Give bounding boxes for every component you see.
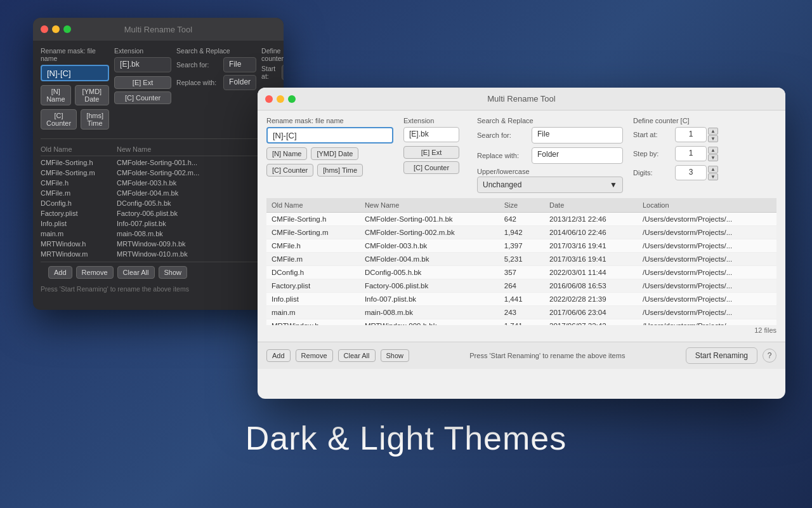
dark-row-old: CMFile-Sorting.m [41, 169, 117, 177]
dark-minimize-button[interactable] [52, 25, 60, 33]
dark-row-new: CMFolder-004.m.bk [117, 189, 276, 197]
start-at-increment[interactable]: ▲ [708, 128, 718, 135]
light-ext-counter-button[interactable]: [C] Counter [403, 161, 459, 174]
dark-clear-all-button[interactable]: Clear All [117, 266, 155, 279]
dark-row-old: MRTWindow.m [41, 250, 117, 258]
light-rename-mask-section: Rename mask: file name [N] Name [YMD] Da… [266, 117, 393, 180]
light-step-by-label: Step by: [633, 150, 671, 157]
dark-row-new: Info-007.plist.bk [117, 220, 276, 227]
step-by-decrement[interactable]: ▼ [708, 154, 718, 161]
dark-name-button[interactable]: [N] Name [41, 85, 71, 105]
dark-row-old: DConfig.h [41, 199, 117, 207]
light-counter-button[interactable]: [C] Counter [266, 164, 313, 177]
dark-ext-label: Extension [114, 47, 171, 55]
dark-remove-button[interactable]: Remove [76, 266, 114, 279]
dark-table-header: Old Name New Name [41, 143, 276, 156]
light-table-row[interactable]: CMFile-Sorting.m CMFolder-Sorting-002.m.… [266, 226, 776, 239]
dark-header-old: Old Name [41, 145, 117, 153]
light-table-header-row: Old Name New Name Size Date Location [266, 198, 776, 213]
light-row-size: 1,441 [499, 293, 544, 306]
light-uppercase-label: Upper/lowercase [477, 168, 623, 175]
dark-hms-button[interactable]: [hms] Time [81, 109, 109, 130]
light-table-row[interactable]: MRTWindow.h MRTWindow-009.h.bk 1,741 201… [266, 319, 776, 326]
light-replace-with-label: Replace with: [477, 152, 528, 159]
start-at-decrement[interactable]: ▼ [708, 135, 718, 142]
light-row-location: /Users/devstorm/Projects/... [638, 319, 776, 326]
light-maximize-button[interactable] [288, 95, 296, 103]
light-close-button[interactable] [265, 95, 273, 103]
light-window-title: Multi Rename Tool [487, 94, 555, 104]
light-start-at-stepper: ▲ ▼ [708, 128, 718, 142]
dark-add-button[interactable]: Add [48, 266, 72, 279]
light-row-new: CMFolder-Sorting-002.m.bk [360, 226, 499, 239]
dark-table-row: CMFile.h CMFolder-003.h.bk [41, 178, 276, 188]
dark-ext-button[interactable]: [E] Ext [114, 76, 171, 89]
light-row-old: Factory.plist [266, 279, 360, 293]
light-row-new: CMFolder-003.h.bk [360, 239, 499, 253]
light-row-location: /Users/devstorm/Projects/... [638, 279, 776, 293]
light-row-size: 1,397 [499, 239, 544, 253]
light-table-row[interactable]: main.m main-008.m.bk 243 2017/06/06 23:0… [266, 306, 776, 319]
start-renaming-button[interactable]: Start Renaming [686, 347, 757, 364]
dark-mask-input[interactable] [41, 65, 109, 81]
light-row-date: 2017/03/16 19:41 [544, 239, 638, 253]
light-name-button[interactable]: [N] Name [266, 147, 307, 160]
dark-mask-buttons: [N] Name [YMD] Date [41, 85, 109, 105]
light-step-by-stepper: ▲ ▼ [708, 147, 718, 161]
light-row-location: /Users/devstorm/Projects/... [638, 253, 776, 266]
dark-mask-label: Rename mask: file name [41, 47, 109, 62]
light-add-button[interactable]: Add [266, 349, 291, 362]
dark-counter-button[interactable]: [C] Counter [41, 109, 77, 130]
dark-close-button[interactable] [41, 25, 48, 33]
dark-row-old: CMFile-Sorting.h [41, 159, 117, 166]
light-remove-button[interactable]: Remove [296, 349, 333, 362]
dark-row-old: Factory.plist [41, 210, 117, 217]
light-row-old: CMFile.h [266, 239, 360, 253]
light-hms-button[interactable]: [hms] Time [317, 164, 363, 177]
light-row-old: DConfig.h [266, 266, 360, 279]
light-digits-stepper: ▲ ▼ [708, 166, 718, 180]
light-ext-label: Extension [403, 117, 467, 124]
dark-maximize-button[interactable] [63, 25, 71, 33]
digits-increment[interactable]: ▲ [708, 166, 718, 173]
theme-label: Dark & Light Themes [0, 419, 812, 457]
light-counter-label: Define counter [C] [633, 117, 776, 124]
light-traffic-lights [265, 95, 296, 103]
light-uppercase-select[interactable]: Unchanged ▼ [477, 177, 623, 193]
light-status: Press 'Start Renaming' to rename the abo… [409, 352, 686, 359]
dark-top-sections: Rename mask: file name [N] Name [YMD] Da… [41, 47, 276, 133]
light-row-date: 2013/12/31 22:46 [544, 213, 638, 226]
light-title-bar: Multi Rename Tool [258, 88, 785, 110]
dark-ext-counter-button[interactable]: [C] Counter [114, 91, 171, 104]
light-row-old: CMFile-Sorting.m [266, 226, 360, 239]
light-mask-label: Rename mask: file name [266, 117, 393, 124]
dark-show-button[interactable]: Show [159, 266, 188, 279]
light-row-size: 357 [499, 266, 544, 279]
light-uppercase-section: Upper/lowercase Unchanged ▼ [477, 168, 623, 193]
light-table-row[interactable]: CMFile.h CMFolder-003.h.bk 1,397 2017/03… [266, 239, 776, 253]
light-action-buttons: Add Remove Clear All Show [266, 349, 409, 362]
dark-table-row: Info.plist Info-007.plist.bk [41, 218, 276, 229]
dark-traffic-lights [41, 25, 71, 33]
light-row-date: 2017/06/06 23:04 [544, 306, 638, 319]
light-minimize-button[interactable] [277, 95, 284, 103]
light-table-row[interactable]: Info.plist Info-007.plist.bk 1,441 2022/… [266, 293, 776, 306]
light-table-row[interactable]: DConfig.h DConfig-005.h.bk 357 2022/03/0… [266, 266, 776, 279]
light-digits-row: Digits: 3 ▲ ▼ [633, 165, 776, 180]
light-header-location: Location [638, 198, 776, 213]
light-ymd-button[interactable]: [YMD] Date [311, 147, 358, 160]
light-row-size: 5,231 [499, 253, 544, 266]
dark-ymd-button[interactable]: [YMD] Date [75, 85, 109, 105]
step-by-increment[interactable]: ▲ [708, 147, 718, 154]
light-table-row[interactable]: CMFile.m CMFolder-004.m.bk 5,231 2017/03… [266, 253, 776, 266]
light-table-row[interactable]: Factory.plist Factory-006.plist.bk 264 2… [266, 279, 776, 293]
light-show-button[interactable]: Show [381, 349, 410, 362]
light-mask-input[interactable] [266, 127, 393, 144]
digits-decrement[interactable]: ▼ [708, 173, 718, 180]
light-clear-all-button[interactable]: Clear All [338, 349, 376, 362]
help-button[interactable]: ? [763, 349, 776, 363]
light-row-location: /Users/devstorm/Projects/... [638, 239, 776, 253]
light-start-at-field-wrap: 1 ▲ ▼ [675, 127, 718, 142]
light-table-row[interactable]: CMFile-Sorting.h CMFolder-Sorting-001.h.… [266, 213, 776, 226]
light-ext-button[interactable]: [E] Ext [403, 146, 459, 159]
